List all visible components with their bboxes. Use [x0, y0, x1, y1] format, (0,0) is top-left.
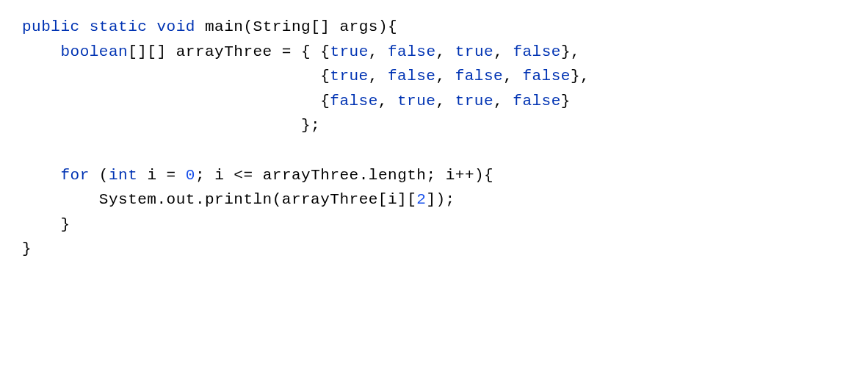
punct-brackets: [] — [311, 18, 330, 35]
operator-inc: ++ — [455, 167, 474, 184]
punct-semi: ; — [446, 191, 455, 208]
punct-semi: ; — [311, 117, 320, 134]
punct-brackets: [] — [128, 43, 147, 60]
identifier-main: main — [205, 18, 243, 35]
punct-rbrace: } — [561, 43, 571, 60]
keyword-int: int — [109, 167, 137, 184]
punct-dot: . — [195, 191, 205, 208]
identifier-i: i — [214, 167, 224, 184]
punct-semi: ; — [426, 167, 435, 184]
identifier-i: i — [446, 167, 455, 184]
punct-rbracket: ] — [426, 191, 435, 208]
literal-true: true — [330, 68, 368, 85]
punct-rbracket: ] — [397, 191, 407, 208]
punct-semi: ; — [195, 167, 205, 184]
identifier-println: println — [205, 191, 272, 208]
punct-rbrace: } — [60, 216, 70, 233]
punct-comma: , — [435, 93, 445, 110]
keyword-boolean: boolean — [60, 43, 128, 60]
punct-comma: , — [436, 43, 446, 60]
identifier-arrayThree: arrayThree — [282, 191, 378, 208]
code-block: public static void main(String[] args){ … — [22, 15, 590, 262]
punct-lbracket: [ — [407, 191, 416, 208]
punct-rparen: ) — [474, 167, 484, 184]
literal-2: 2 — [416, 191, 426, 208]
punct-lbrace: { — [388, 18, 397, 35]
literal-false: false — [388, 68, 436, 85]
punct-comma: , — [378, 93, 388, 110]
punct-lbrace: { — [320, 43, 330, 60]
punct-lparen: ( — [272, 191, 282, 208]
punct-dot: . — [359, 167, 369, 184]
identifier-System: System — [99, 191, 157, 208]
identifier-i: i — [147, 167, 156, 184]
punct-lbrace: { — [320, 93, 330, 110]
operator-le: <= — [234, 167, 253, 184]
punct-lbracket: [ — [378, 191, 388, 208]
punct-dot: . — [156, 191, 166, 208]
identifier-String: String — [253, 18, 311, 35]
identifier-out: out — [167, 191, 195, 208]
punct-eq: = — [167, 167, 176, 184]
punct-lbrace: { — [320, 68, 330, 85]
literal-true: true — [330, 43, 368, 60]
literal-false: false — [513, 93, 561, 110]
punct-rparen: ) — [378, 18, 388, 35]
literal-false: false — [388, 43, 436, 60]
punct-rbrace: } — [22, 240, 32, 257]
punct-comma: , — [571, 43, 580, 60]
punct-lbrace: { — [301, 43, 311, 60]
identifier-args: args — [339, 18, 377, 35]
punct-lparen: ( — [99, 167, 109, 184]
literal-0: 0 — [186, 167, 195, 184]
literal-true: true — [455, 43, 493, 60]
identifier-arrayThree: arrayThree — [176, 43, 272, 60]
punct-comma: , — [580, 68, 590, 85]
punct-eq: = — [282, 43, 292, 60]
punct-rbrace: } — [561, 93, 571, 110]
literal-true: true — [455, 93, 493, 110]
keyword-for: for — [60, 167, 89, 184]
literal-true: true — [397, 93, 435, 110]
punct-comma: , — [493, 93, 503, 110]
punct-comma: , — [435, 68, 445, 85]
punct-rbrace: } — [301, 117, 311, 134]
identifier-length: length — [369, 167, 427, 184]
identifier-i: i — [388, 191, 397, 208]
punct-lparen: ( — [243, 18, 253, 35]
punct-comma: , — [369, 43, 378, 60]
punct-comma: , — [503, 68, 513, 85]
literal-false: false — [455, 68, 504, 85]
code-pre: public static void main(String[] args){ … — [22, 15, 590, 262]
keyword-static: static — [90, 18, 148, 35]
keyword-public: public — [22, 18, 80, 35]
literal-false: false — [522, 68, 571, 85]
punct-comma: , — [369, 68, 378, 85]
punct-rbrace: } — [571, 68, 580, 85]
punct-lbrace: { — [484, 167, 493, 184]
literal-false: false — [513, 43, 561, 60]
punct-brackets: [] — [147, 43, 166, 60]
keyword-void: void — [156, 18, 195, 35]
punct-comma: , — [493, 43, 503, 60]
literal-false: false — [330, 93, 378, 110]
punct-rparen: ) — [436, 191, 446, 208]
identifier-arrayThree: arrayThree — [263, 167, 359, 184]
